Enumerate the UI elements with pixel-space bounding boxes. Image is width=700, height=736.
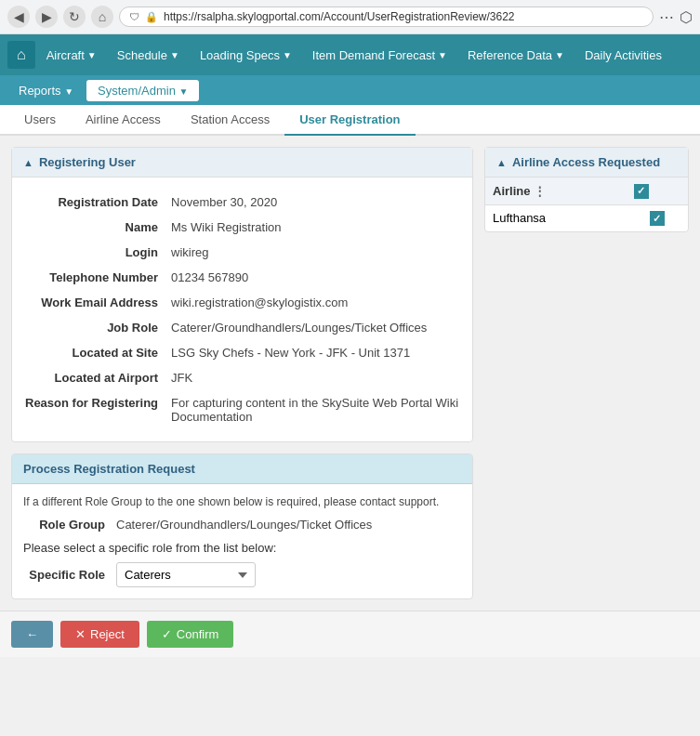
registering-user-body: Registration Date November 30, 2020 Name… <box>12 177 472 441</box>
nav-schedule[interactable]: Schedule ▼ <box>108 43 189 68</box>
tab-users[interactable]: Users <box>9 105 71 136</box>
forward-button[interactable]: ▶ <box>35 6 58 28</box>
field-value: LSG Sky Chefs - New York - JFK - Unit 13… <box>171 341 459 364</box>
top-nav: ⌂ Aircraft ▼ Schedule ▼ Loading Specs ▼ … <box>0 34 700 75</box>
chevron-down-icon: ▼ <box>283 50 292 60</box>
field-value: wikireg <box>171 241 459 264</box>
nav-system-admin[interactable]: System/Admin ▼ <box>86 80 199 101</box>
process-info-text: If a different Role Group to the one sho… <box>23 495 461 508</box>
airline-checkbox-cell <box>627 204 688 231</box>
field-value: November 30, 2020 <box>171 191 459 214</box>
field-value: wiki.registration@skylogistix.com <box>171 291 459 314</box>
specific-role-row: Specific Role CaterersOther Role 1Other … <box>23 562 461 587</box>
table-row: Located at Airport JFK <box>25 366 459 389</box>
browser-chrome: ◀ ▶ ↻ ⌂ 🛡 🔒 https://rsalpha.skylogportal… <box>0 0 700 34</box>
extensions-button[interactable]: ⬡ <box>680 8 693 26</box>
table-row: Name Ms Wiki Registration <box>25 216 459 239</box>
home-nav-button[interactable]: ⌂ <box>7 41 35 69</box>
process-registration-header: Process Registration Request <box>12 454 472 484</box>
registering-user-card: ▲ Registering User Registration Date Nov… <box>11 147 473 442</box>
role-group-label: Role Group <box>23 518 116 532</box>
role-group-value: Caterer/Groundhandlers/Lounges/Ticket Of… <box>116 518 372 532</box>
chevron-down-icon: ▼ <box>438 50 447 60</box>
checkbox-col-header <box>627 177 688 204</box>
table-row: Work Email Address wiki.registration@sky… <box>25 291 459 314</box>
nav-aircraft[interactable]: Aircraft ▼ <box>37 43 106 68</box>
field-label: Job Role <box>25 316 169 339</box>
nav-reports[interactable]: Reports ▼ <box>7 80 85 101</box>
tab-nav: Users Airline Access Station Access User… <box>0 105 700 136</box>
shield-icon: 🛡 <box>129 11 139 22</box>
lock-icon: 🔒 <box>145 11 158 23</box>
tab-user-registration[interactable]: User Registration <box>284 105 415 136</box>
airline-col-header: Airline ⋮ <box>485 177 627 204</box>
bottom-bar: ← ✕ Reject ✓ Confirm <box>0 611 700 657</box>
table-row: Telephone Number 01234 567890 <box>25 266 459 289</box>
process-registration-body: If a different Role Group to the one sho… <box>12 484 472 598</box>
field-label: Registration Date <box>25 191 169 214</box>
left-column: ▲ Registering User Registration Date Nov… <box>11 147 473 599</box>
airline-access-header: ▲ Airline Access Requested <box>485 148 688 177</box>
back-icon: ← <box>26 627 38 641</box>
tab-station-access[interactable]: Station Access <box>176 105 284 136</box>
airline-table: Airline ⋮ Lufthansa <box>485 177 688 231</box>
chevron-down-icon: ▼ <box>170 50 179 60</box>
secondary-nav: Reports ▼ System/Admin ▼ <box>0 75 700 105</box>
field-value: Ms Wiki Registration <box>171 216 459 239</box>
table-row: Login wikireg <box>25 241 459 264</box>
right-column: ▲ Airline Access Requested Airline ⋮ <box>484 147 689 599</box>
table-row: Registration Date November 30, 2020 <box>25 191 459 214</box>
refresh-button[interactable]: ↻ <box>63 6 86 28</box>
chevron-down-icon: ▼ <box>179 86 189 97</box>
field-value: For capturing content in the SkySuite We… <box>171 391 459 428</box>
chevron-down-icon: ▼ <box>87 50 97 60</box>
url-text: https://rsalpha.skylogportal.com/Account… <box>164 10 643 23</box>
field-value: 01234 567890 <box>171 266 459 289</box>
table-row: Lufthansa <box>485 204 688 231</box>
nav-daily-activities[interactable]: Daily Activities <box>575 43 671 68</box>
registration-info-table: Registration Date November 30, 2020 Name… <box>23 189 461 430</box>
registering-user-header: ▲ Registering User <box>12 148 472 177</box>
back-button[interactable]: ← <box>11 621 53 648</box>
tab-airline-access[interactable]: Airline Access <box>71 105 176 136</box>
home-button[interactable]: ⌂ <box>91 6 113 28</box>
role-group-row: Role Group Caterer/Groundhandlers/Lounge… <box>23 518 461 532</box>
nav-loading-specs[interactable]: Loading Specs ▼ <box>191 43 301 68</box>
more-button[interactable]: ⋯ <box>659 8 674 26</box>
x-icon: ✕ <box>75 627 86 641</box>
back-button[interactable]: ◀ <box>7 6 30 28</box>
specific-role-select[interactable]: CaterersOther Role 1Other Role 2 <box>116 562 256 587</box>
airline-access-body: Airline ⋮ Lufthansa <box>485 177 688 231</box>
field-label: Reason for Registering <box>25 391 169 428</box>
nav-reference-data[interactable]: Reference Data ▼ <box>458 43 574 68</box>
select-all-checkbox[interactable] <box>634 184 649 199</box>
specific-role-label: Specific Role <box>23 568 116 582</box>
process-registration-card: Process Registration Request If a differ… <box>11 453 473 599</box>
field-value: Caterer/Groundhandlers/Lounges/Ticket Of… <box>171 316 459 339</box>
url-bar: 🛡 🔒 https://rsalpha.skylogportal.com/Acc… <box>119 7 654 27</box>
reject-button[interactable]: ✕ Reject <box>60 621 139 648</box>
airline-name: Lufthansa <box>485 204 627 231</box>
more-icon[interactable]: ⋮ <box>534 184 546 198</box>
collapse-icon[interactable]: ▲ <box>496 157 507 168</box>
field-label: Telephone Number <box>25 266 169 289</box>
field-label: Work Email Address <box>25 291 169 314</box>
table-row: Job Role Caterer/Groundhandlers/Lounges/… <box>25 316 459 339</box>
table-row: Located at Site LSG Sky Chefs - New York… <box>25 341 459 364</box>
content-area: ▲ Registering User Registration Date Nov… <box>0 136 700 611</box>
nav-item-demand-forecast[interactable]: Item Demand Forecast ▼ <box>303 43 456 68</box>
specific-role-section: Please select a specific role from the l… <box>23 541 461 587</box>
check-icon: ✓ <box>162 627 172 641</box>
field-label: Name <box>25 216 169 239</box>
airline-checkbox[interactable] <box>650 211 665 226</box>
specific-role-text: Please select a specific role from the l… <box>23 541 461 555</box>
airline-access-card: ▲ Airline Access Requested Airline ⋮ <box>484 147 689 232</box>
field-label: Login <box>25 241 169 264</box>
collapse-icon[interactable]: ▲ <box>23 157 33 168</box>
field-label: Located at Airport <box>25 366 169 389</box>
field-label: Located at Site <box>25 341 169 364</box>
field-value: JFK <box>171 366 459 389</box>
table-row: Reason for Registering For capturing con… <box>25 391 459 428</box>
chevron-down-icon: ▼ <box>555 50 564 60</box>
confirm-button[interactable]: ✓ Confirm <box>147 621 234 648</box>
